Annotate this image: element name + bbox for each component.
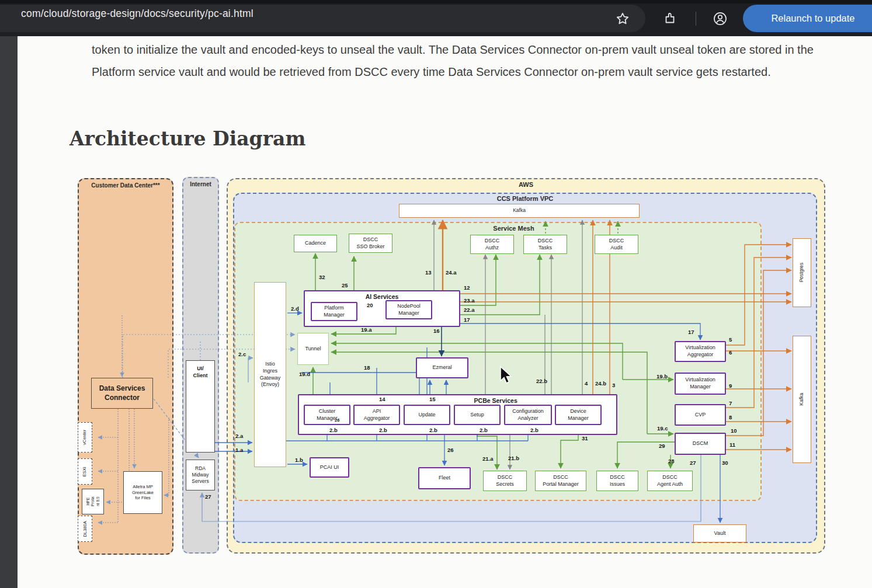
edge-label-31: 31	[582, 435, 588, 441]
node-configuration-analyzer: Configuration Analyzer	[504, 405, 552, 425]
node-vault: Vault	[693, 524, 746, 542]
toolbar-separator	[696, 12, 696, 26]
edge-label-8: 8	[729, 414, 732, 420]
node-kafka-top: Kafka	[399, 204, 640, 218]
edge-label-14: 14	[379, 396, 385, 402]
node-dl380a: DL380A	[78, 516, 92, 542]
node-dscm: DSCM	[675, 433, 726, 455]
edge-label-2a: 2.a	[235, 433, 243, 439]
edge-label-17l: 17	[464, 316, 470, 323]
node-kafka-right: Kafka	[793, 336, 811, 463]
node-dscc-secrets: DSCC Secrets	[483, 471, 527, 491]
edge-label-12: 12	[464, 284, 470, 291]
node-virtualization-manager: Virtualization Manager	[675, 373, 726, 395]
edge-label-2b-4: 2.b	[480, 427, 488, 433]
architecture-diagram: Customer Data Center*** Internet AWS CCS…	[69, 172, 826, 558]
edge-label-20: 20	[367, 302, 373, 308]
bookmark-star-icon[interactable]	[615, 11, 630, 26]
edge-label-10: 10	[731, 427, 737, 434]
node-alletra-mp: Alletra MP GreenLake for Files	[123, 471, 162, 514]
node-hpe-proliant: HPE Prolia nt 8.0	[82, 489, 104, 514]
hpe-proliant-label: HPE Prolia nt 8.0	[85, 497, 100, 507]
edge-label-4: 4	[585, 380, 588, 387]
edge-label-23a: 23.a	[464, 297, 475, 304]
node-esxi: ESXi	[78, 458, 92, 485]
node-rda-midway-servers: RDA Midway Servers	[186, 460, 215, 490]
node-dscc-tasks: DSCC Tasks	[523, 235, 567, 254]
node-dscc-authz: DSCC Authz	[470, 235, 514, 254]
edge-label-17r: 17	[688, 329, 694, 335]
node-setup: Setup	[454, 405, 501, 425]
edge-label-19a: 19.a	[361, 326, 372, 333]
url-text[interactable]: com/cloud/storage-design/docs/security/p…	[21, 8, 253, 20]
edge-label-22b: 22.b	[536, 378, 547, 384]
edge-label-15: 15	[429, 396, 436, 402]
edge-label-18: 18	[364, 364, 370, 371]
node-tunnel: Tunnel	[297, 333, 329, 365]
window-top-edge	[0, 0, 872, 4]
edge-label-21b: 21.b	[508, 455, 519, 461]
edge-label-26-fleet: 26	[447, 447, 454, 453]
node-dscc-portal-manager: DSCC Portal Manager	[535, 471, 586, 491]
node-update: Update	[404, 405, 450, 425]
edge-label-9: 9	[729, 382, 732, 389]
edge-label-30: 30	[722, 460, 728, 466]
node-postgres: Postgres	[793, 238, 811, 307]
edge-label-3: 3	[612, 382, 615, 388]
node-device-manager: Device Manager	[555, 405, 602, 425]
edge-label-19b: 19.b	[656, 373, 668, 380]
node-ezmeral: Ezmeral	[416, 357, 468, 378]
edge-label-16: 16	[433, 328, 440, 334]
edge-label-19c: 19.c	[657, 425, 668, 432]
kafka-right-label: Kafka	[798, 393, 805, 406]
edge-label-28: 28	[668, 458, 675, 464]
body-paragraph: token to initialize the vault and encode…	[92, 39, 835, 83]
node-dscc-sso-broker: DSCC SSO Broker	[349, 234, 392, 253]
vcenter-label: vCenter	[82, 430, 88, 445]
edge-label-32: 32	[319, 274, 325, 280]
edge-label-22a: 22.a	[464, 307, 475, 313]
node-cadence: Cadence	[294, 235, 337, 252]
edge-label-2b-1: 2.b	[329, 427, 338, 433]
edge-label-11: 11	[729, 441, 735, 448]
node-dscc-audit: DSCC Audit	[595, 235, 638, 254]
node-dscc-agent-auth: DSCC Agent Auth	[647, 471, 693, 491]
edge-label-1a: 1.a	[235, 447, 243, 453]
edge-label-2c: 2.c	[238, 351, 246, 357]
edge-label-2d: 2.d	[291, 305, 299, 312]
edge-label-2b-5: 2.b	[530, 427, 539, 433]
edge-label-1b: 1.b	[295, 457, 303, 463]
edge-label-27-dscm: 27	[690, 460, 696, 466]
edge-label-6: 6	[729, 349, 732, 356]
relaunch-button-label: Relaunch to update	[771, 13, 854, 24]
edge-label-24b: 24.b	[595, 380, 606, 387]
extensions-icon[interactable]	[662, 11, 678, 26]
edge-label-2b-2: 2.b	[379, 427, 387, 433]
edge-label-27-rda: 27	[205, 493, 211, 500]
profile-icon[interactable]	[713, 11, 728, 26]
edge-label-21a: 21.a	[482, 455, 494, 462]
mouse-cursor	[499, 366, 515, 385]
relaunch-button[interactable]: Relaunch to update	[743, 5, 872, 32]
node-virtualization-aggregator: Virtualization Aggregator	[675, 341, 726, 362]
edge-label-24a: 24.a	[446, 269, 457, 276]
browser-toolbar: com/cloud/storage-design/docs/security/p…	[0, 0, 872, 36]
node-istio-ingress-gateway: Istio Ingres Gateway (Envoy)	[254, 282, 286, 467]
node-dscc-issues: DSCC Issues	[596, 471, 638, 491]
node-api-aggregator: API Aggregator	[353, 405, 400, 425]
node-fleet: Fleet	[418, 467, 471, 489]
node-platform-manager: Platform Manager	[311, 302, 357, 321]
edge-label-26-cluster: 26	[335, 417, 339, 423]
node-data-services-connector: Data Services Connector	[91, 378, 153, 409]
pcbe-services-title: PCBe Services	[474, 397, 517, 405]
edge-label-13: 13	[425, 269, 432, 276]
edge-label-19d: 19.d	[299, 371, 310, 377]
node-cvp: CVP	[675, 404, 726, 426]
node-pcai-ui: PCAI UI	[310, 457, 349, 478]
edge-label-7: 7	[729, 400, 732, 406]
esxi-label: ESXi	[82, 467, 88, 476]
edge-label-2b-3: 2.b	[429, 427, 437, 433]
edge-label-25: 25	[342, 282, 348, 288]
page-title: Architecture Diagram	[70, 127, 305, 150]
edge-label-5: 5	[729, 336, 732, 343]
